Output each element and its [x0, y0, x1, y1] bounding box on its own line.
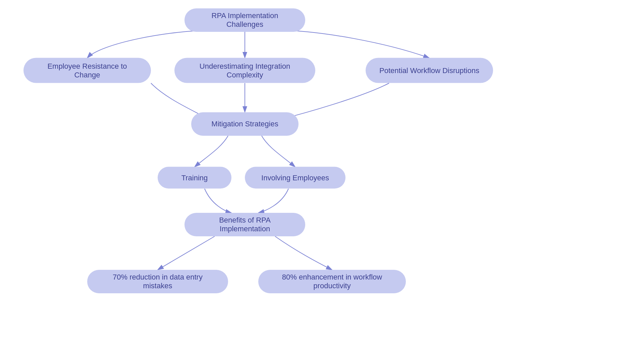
involving-label: Involving Employees	[261, 173, 329, 182]
node-80-enhancement: 80% enhancement in workflow productivity	[258, 270, 406, 293]
benefits-label: Benefits of RPA Implementation	[197, 216, 293, 233]
node-mitigation-strategies: Mitigation Strategies	[191, 112, 299, 136]
underestimating-label: Underestimating Integration Complexity	[186, 62, 303, 79]
enhancement-label: 80% enhancement in workflow productivity	[270, 273, 394, 290]
node-benefits-rpa: Benefits of RPA Implementation	[184, 213, 305, 236]
node-employee-resistance: Employee Resistance to Change	[23, 58, 151, 83]
node-rpa-implementation: RPA Implementation Challenges	[184, 8, 305, 32]
diagram-container: RPA Implementation Challenges Employee R…	[0, 0, 644, 363]
mitigation-label: Mitigation Strategies	[211, 120, 278, 128]
node-underestimating-integration: Underestimating Integration Complexity	[174, 58, 315, 83]
rpa-label: RPA Implementation Challenges	[197, 11, 293, 29]
reduction-label: 70% reduction in data entry mistakes	[99, 273, 216, 290]
employee-label: Employee Resistance to Change	[36, 62, 139, 79]
training-label: Training	[181, 173, 208, 182]
node-training: Training	[158, 167, 231, 189]
node-involving-employees: Involving Employees	[245, 167, 345, 189]
node-potential-workflow: Potential Workflow Disruptions	[366, 58, 493, 83]
node-70-reduction: 70% reduction in data entry mistakes	[87, 270, 228, 293]
workflow-label: Potential Workflow Disruptions	[379, 66, 479, 75]
